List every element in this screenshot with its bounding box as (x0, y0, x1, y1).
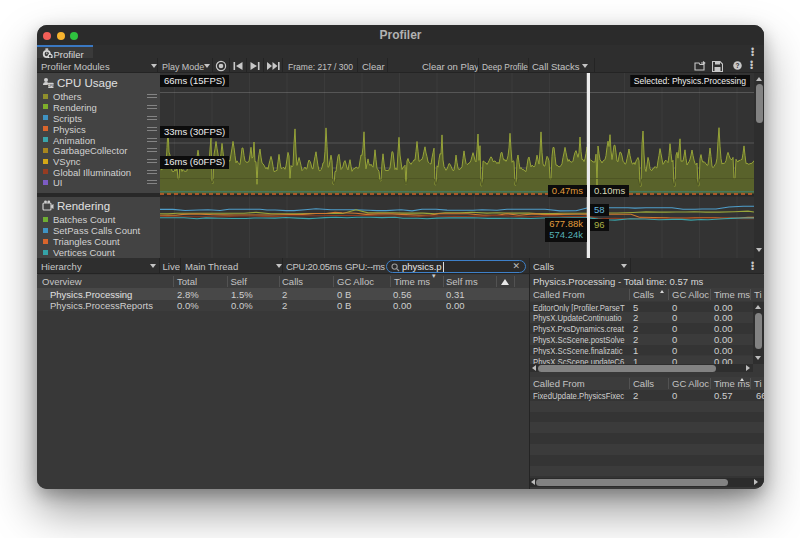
svg-text:?: ? (735, 62, 739, 69)
svg-text:CPU: CPU (47, 84, 54, 88)
